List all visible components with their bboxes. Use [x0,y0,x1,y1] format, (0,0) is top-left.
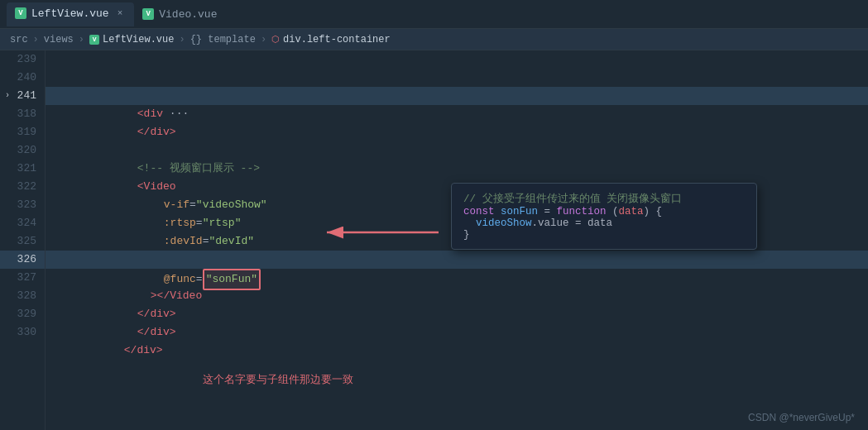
tooltip-paren: ( [612,206,619,217]
ln-321: 321 [0,160,45,178]
indent-330 [98,344,124,356]
ln-318: 318 [0,105,45,123]
code-line-241: <div ··· [46,87,868,105]
ln-326: 326 [0,251,45,269]
breadcrumb-sep4: › [261,34,266,45]
tooltip-indent [463,217,476,229]
breadcrumb-views: views [44,34,74,45]
ln-239: 239 [0,50,45,69]
tooltip-comment: // 父接受子组件传过来的值 关闭摄像头窗口 [463,192,745,206]
vue-icon-video: V [142,8,154,20]
ln-327: 327 [0,269,45,287]
ln-330: 330 [0,323,45,342]
breadcrumb-file: LeftView.vue [103,34,174,45]
code-content: <!-- 温度湿度正常 窗口--> <div ··· </div> <!-- 视… [46,50,868,430]
breadcrumb-tag-icon: ⬡ [271,34,280,45]
code-line-239 [46,50,868,69]
ln-329: 329 [0,305,45,323]
code-line-327: ></Video [46,269,868,287]
tab-video[interactable]: V Video.vue [134,3,228,26]
ln-325: 325 [0,232,45,251]
tooltip-line1: const sonFun = function (data) { [463,206,745,217]
tag-closediv-330: </div> [124,344,163,356]
tooltip-function: function [557,206,613,217]
breadcrumb-template: {} template [190,34,256,45]
code-line-330: </div> [46,323,868,342]
tooltip-sonFun-name: sonFun [501,206,538,217]
tab-leftview[interactable]: V LeftView.vue × [7,2,134,26]
ln-328: 328 [0,287,45,305]
tooltip-close: } [463,229,470,241]
tooltip-line2: videoShow.value = data [463,217,745,229]
tooltip-line3: } [463,229,745,241]
ln-322: 322 [0,178,45,196]
annotation-text: 这个名字要与子组件那边要一致 [203,372,353,387]
code-line-320: <!-- 视频窗口展示 --> [46,141,868,160]
ln-323: 323 [0,196,45,214]
tooltip-data: data [587,217,612,229]
editor: 239 240 › 241 318 319 320 321 322 323 32… [0,50,868,430]
code-line-318: </div> [46,105,868,123]
code-line-319 [46,123,868,141]
code-line-328: </div> [46,287,868,305]
red-arrow [310,212,459,256]
ln-319: 319 [0,123,45,141]
code-line-240: <!-- 温度湿度正常 窗口--> [46,69,868,87]
ln-240: 240 [0,69,45,87]
tooltip-param: data [619,206,644,217]
breadcrumb-sep1: › [33,34,39,45]
breadcrumb-sep2: › [79,34,84,45]
ln-241: › 241 [0,87,45,105]
code-line-329: </div> [46,305,868,323]
tab-leftview-label: LeftView.vue [31,7,109,20]
vue-icon-leftview: V [15,7,26,19]
tab-bar: V LeftView.vue × V Video.vue [0,0,868,29]
tooltip-popup: // 父接受子组件传过来的值 关闭摄像头窗口 const sonFun = fu… [451,183,757,250]
tab-leftview-close[interactable]: × [117,8,123,18]
fold-arrow-241[interactable]: › [5,87,10,105]
ln-320: 320 [0,141,45,160]
code-line-321: <Video [46,160,868,178]
breadcrumb: src › views › V LeftView.vue › {} templa… [0,29,868,50]
tooltip-dot: .value = [532,217,588,229]
tooltip-const: const [463,206,501,217]
ln-324: 324 [0,214,45,232]
tab-video-label: Video.vue [159,8,217,21]
tooltip-videoShow: videoShow [476,217,532,229]
watermark: CSDN @*neverGiveUp* [748,412,855,423]
breadcrumb-container: div.left-container [283,34,391,45]
vue-breadcrumb-icon: V [89,35,99,45]
tooltip-paren2: ) { [644,206,663,217]
tooltip-eq: = [538,206,557,217]
line-numbers: 239 240 › 241 318 319 320 321 322 323 32… [0,50,46,430]
breadcrumb-sep3: › [179,34,185,45]
breadcrumb-src: src [10,34,28,45]
